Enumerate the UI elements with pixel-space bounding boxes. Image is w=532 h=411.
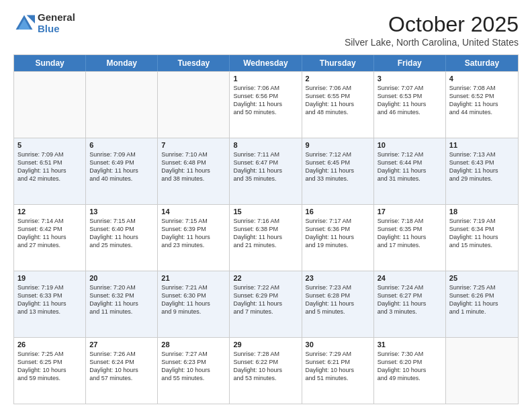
day-info: Sunrise: 7:15 AM Sunset: 6:40 PM Dayligh… xyxy=(89,217,154,250)
calendar-row-2: 12Sunrise: 7:14 AM Sunset: 6:42 PM Dayli… xyxy=(14,204,518,271)
day-cell-14: 14Sunrise: 7:15 AM Sunset: 6:39 PM Dayli… xyxy=(158,205,230,271)
day-cell-27: 27Sunrise: 7:26 AM Sunset: 6:24 PM Dayli… xyxy=(86,338,158,404)
day-cell-10: 10Sunrise: 7:12 AM Sunset: 6:44 PM Dayli… xyxy=(374,138,446,204)
day-number: 28 xyxy=(161,340,226,349)
logo-icon xyxy=(13,13,35,34)
day-number: 26 xyxy=(17,340,82,349)
month-title: October 2025 xyxy=(345,12,519,37)
header: General Blue October 2025 Silver Lake, N… xyxy=(13,12,519,48)
day-cell-17: 17Sunrise: 7:18 AM Sunset: 6:35 PM Dayli… xyxy=(374,205,446,271)
day-number: 23 xyxy=(306,274,370,282)
day-info: Sunrise: 7:29 AM Sunset: 6:21 PM Dayligh… xyxy=(306,350,370,383)
day-info: Sunrise: 7:28 AM Sunset: 6:22 PM Dayligh… xyxy=(233,350,298,383)
day-number: 13 xyxy=(89,208,154,216)
day-cell-21: 21Sunrise: 7:21 AM Sunset: 6:30 PM Dayli… xyxy=(158,271,230,337)
day-cell-13: 13Sunrise: 7:15 AM Sunset: 6:40 PM Dayli… xyxy=(86,205,158,271)
title-block: October 2025 Silver Lake, North Carolina… xyxy=(345,12,519,48)
day-cell-20: 20Sunrise: 7:20 AM Sunset: 6:32 PM Dayli… xyxy=(86,271,158,337)
day-number: 17 xyxy=(378,208,442,216)
day-info: Sunrise: 7:16 AM Sunset: 6:38 PM Dayligh… xyxy=(233,217,298,250)
day-info: Sunrise: 7:25 AM Sunset: 6:25 PM Dayligh… xyxy=(17,350,82,383)
day-number: 29 xyxy=(233,340,298,349)
calendar-row-3: 19Sunrise: 7:19 AM Sunset: 6:33 PM Dayli… xyxy=(14,271,518,337)
day-number: 12 xyxy=(17,208,82,216)
day-info: Sunrise: 7:14 AM Sunset: 6:42 PM Dayligh… xyxy=(17,217,82,250)
day-number: 21 xyxy=(161,274,226,282)
day-number: 20 xyxy=(89,274,154,282)
calendar-row-1: 5Sunrise: 7:09 AM Sunset: 6:51 PM Daylig… xyxy=(14,138,518,204)
day-cell-22: 22Sunrise: 7:22 AM Sunset: 6:29 PM Dayli… xyxy=(230,271,302,337)
day-cell-3: 3Sunrise: 7:07 AM Sunset: 6:53 PM Daylig… xyxy=(374,72,446,138)
day-number: 25 xyxy=(449,274,515,282)
day-info: Sunrise: 7:08 AM Sunset: 6:52 PM Dayligh… xyxy=(449,84,515,117)
day-number: 1 xyxy=(233,75,298,83)
day-number: 14 xyxy=(161,208,226,216)
weekday-header-sunday: Sunday xyxy=(14,55,86,71)
logo-blue-text: Blue xyxy=(38,24,75,35)
calendar-body: 1Sunrise: 7:06 AM Sunset: 6:56 PM Daylig… xyxy=(14,71,518,404)
day-cell-7: 7Sunrise: 7:10 AM Sunset: 6:48 PM Daylig… xyxy=(158,138,230,204)
calendar-row-0: 1Sunrise: 7:06 AM Sunset: 6:56 PM Daylig… xyxy=(14,71,518,138)
day-info: Sunrise: 7:24 AM Sunset: 6:27 PM Dayligh… xyxy=(378,283,442,316)
day-cell-19: 19Sunrise: 7:19 AM Sunset: 6:33 PM Dayli… xyxy=(14,271,86,337)
day-number: 30 xyxy=(306,340,370,349)
empty-cell-0-1 xyxy=(86,72,158,138)
day-info: Sunrise: 7:10 AM Sunset: 6:48 PM Dayligh… xyxy=(161,150,226,183)
day-cell-5: 5Sunrise: 7:09 AM Sunset: 6:51 PM Daylig… xyxy=(14,138,86,204)
day-number: 9 xyxy=(306,141,370,149)
day-info: Sunrise: 7:17 AM Sunset: 6:36 PM Dayligh… xyxy=(306,217,370,250)
day-cell-25: 25Sunrise: 7:25 AM Sunset: 6:26 PM Dayli… xyxy=(446,271,518,337)
day-number: 10 xyxy=(378,141,442,149)
empty-cell-0-2 xyxy=(158,72,230,138)
day-cell-4: 4Sunrise: 7:08 AM Sunset: 6:52 PM Daylig… xyxy=(446,72,518,138)
day-info: Sunrise: 7:11 AM Sunset: 6:47 PM Dayligh… xyxy=(233,150,298,183)
day-info: Sunrise: 7:09 AM Sunset: 6:49 PM Dayligh… xyxy=(89,150,154,183)
day-info: Sunrise: 7:21 AM Sunset: 6:30 PM Dayligh… xyxy=(161,283,226,316)
day-cell-23: 23Sunrise: 7:23 AM Sunset: 6:28 PM Dayli… xyxy=(302,271,374,337)
day-cell-2: 2Sunrise: 7:06 AM Sunset: 6:55 PM Daylig… xyxy=(302,72,374,138)
day-info: Sunrise: 7:26 AM Sunset: 6:24 PM Dayligh… xyxy=(89,350,154,383)
day-number: 18 xyxy=(449,208,515,216)
location: Silver Lake, North Carolina, United Stat… xyxy=(345,37,519,48)
day-info: Sunrise: 7:12 AM Sunset: 6:45 PM Dayligh… xyxy=(306,150,370,183)
calendar-header-row: SundayMondayTuesdayWednesdayThursdayFrid… xyxy=(14,55,518,71)
day-cell-11: 11Sunrise: 7:13 AM Sunset: 6:43 PM Dayli… xyxy=(446,138,518,204)
day-number: 6 xyxy=(89,141,154,149)
weekday-header-friday: Friday xyxy=(374,55,446,71)
day-cell-18: 18Sunrise: 7:19 AM Sunset: 6:34 PM Dayli… xyxy=(446,205,518,271)
day-cell-30: 30Sunrise: 7:29 AM Sunset: 6:21 PM Dayli… xyxy=(302,338,374,404)
day-cell-26: 26Sunrise: 7:25 AM Sunset: 6:25 PM Dayli… xyxy=(14,338,86,404)
logo-text: General Blue xyxy=(38,12,75,34)
day-info: Sunrise: 7:19 AM Sunset: 6:34 PM Dayligh… xyxy=(449,217,515,250)
day-number: 31 xyxy=(378,340,442,349)
day-number: 2 xyxy=(306,75,370,83)
weekday-header-wednesday: Wednesday xyxy=(230,55,302,71)
weekday-header-tuesday: Tuesday xyxy=(158,55,230,71)
day-info: Sunrise: 7:19 AM Sunset: 6:33 PM Dayligh… xyxy=(17,283,82,316)
day-cell-8: 8Sunrise: 7:11 AM Sunset: 6:47 PM Daylig… xyxy=(230,138,302,204)
day-cell-31: 31Sunrise: 7:30 AM Sunset: 6:20 PM Dayli… xyxy=(374,338,446,404)
day-cell-29: 29Sunrise: 7:28 AM Sunset: 6:22 PM Dayli… xyxy=(230,338,302,404)
day-cell-1: 1Sunrise: 7:06 AM Sunset: 6:56 PM Daylig… xyxy=(230,72,302,138)
day-number: 8 xyxy=(233,141,298,149)
day-info: Sunrise: 7:20 AM Sunset: 6:32 PM Dayligh… xyxy=(89,283,154,316)
day-number: 11 xyxy=(449,141,515,149)
day-number: 27 xyxy=(89,340,154,349)
day-number: 15 xyxy=(233,208,298,216)
empty-cell-4-6 xyxy=(446,338,518,404)
day-info: Sunrise: 7:23 AM Sunset: 6:28 PM Dayligh… xyxy=(306,283,370,316)
day-number: 22 xyxy=(233,274,298,282)
logo: General Blue xyxy=(13,12,75,34)
day-number: 19 xyxy=(17,274,82,282)
logo-general-text: General xyxy=(38,12,75,24)
day-info: Sunrise: 7:15 AM Sunset: 6:39 PM Dayligh… xyxy=(161,217,226,250)
day-info: Sunrise: 7:09 AM Sunset: 6:51 PM Dayligh… xyxy=(17,150,82,183)
day-number: 24 xyxy=(378,274,442,282)
day-info: Sunrise: 7:27 AM Sunset: 6:23 PM Dayligh… xyxy=(161,350,226,383)
day-number: 3 xyxy=(378,75,442,83)
day-number: 16 xyxy=(306,208,370,216)
weekday-header-monday: Monday xyxy=(86,55,158,71)
day-info: Sunrise: 7:12 AM Sunset: 6:44 PM Dayligh… xyxy=(378,150,442,183)
day-number: 5 xyxy=(17,141,82,149)
weekday-header-saturday: Saturday xyxy=(446,55,518,71)
